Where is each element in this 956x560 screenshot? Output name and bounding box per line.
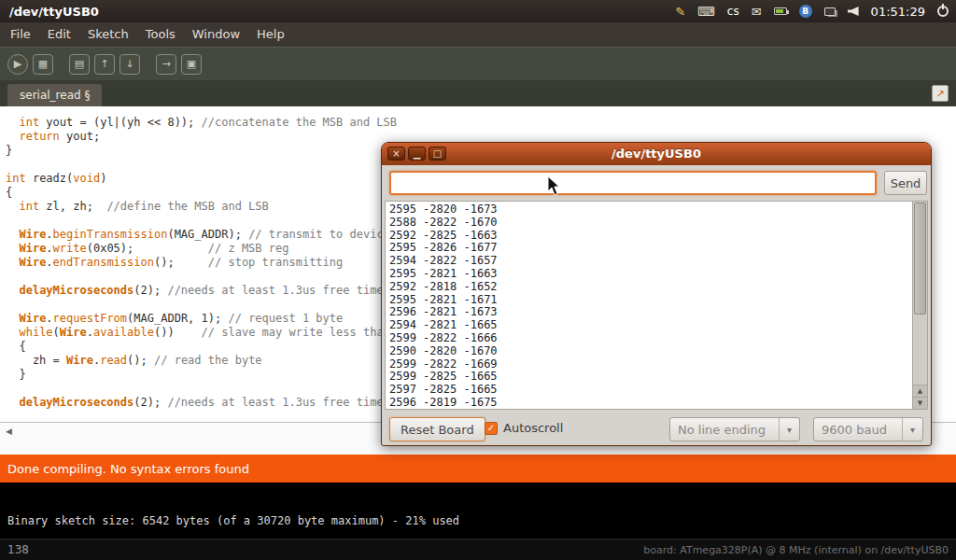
maximize-button[interactable]: □ — [429, 147, 446, 161]
status-bar: Done compiling. No syntax errors found — [0, 455, 956, 483]
keyboard-layout-indicator[interactable]: cs — [727, 5, 739, 18]
autoscroll-label: Autoscroll — [503, 421, 563, 435]
menubar: FileEditSketchToolsWindowHelp — [0, 22, 956, 47]
menu-item-help[interactable]: Help — [248, 22, 293, 47]
footer-bar: 138 board: ATmega328P(A) @ 8 MHz (intern… — [0, 539, 956, 560]
serial-output-lines: 2595 -2820 -16732588 -2822 -16702592 -28… — [386, 202, 927, 410]
serial-line: 2597 -2825 -1665 — [389, 384, 927, 397]
upload-button[interactable]: → — [156, 54, 176, 75]
session-power-icon[interactable] — [937, 6, 949, 17]
tab-serial-read[interactable]: serial_read § — [7, 84, 102, 106]
autoscroll-control: ✓ Autoscroll — [485, 421, 563, 435]
clock[interactable]: 01:51:29 — [871, 5, 925, 19]
serial-output-area[interactable]: 2595 -2820 -16732588 -2822 -16702592 -28… — [385, 201, 928, 410]
save-button[interactable]: ↓ — [120, 54, 140, 75]
tab-menu-button[interactable]: ↗ — [932, 85, 949, 102]
menu-item-edit[interactable]: Edit — [39, 22, 79, 47]
status-message: Done compiling. No syntax errors found — [7, 462, 249, 476]
menu-item-window[interactable]: Window — [184, 22, 248, 47]
reset-board-button[interactable]: Reset Board — [389, 417, 485, 441]
serial-line: 2594 -2822 -1657 — [389, 255, 927, 268]
battery-icon[interactable] — [774, 7, 787, 15]
line-ending-value: No line ending — [670, 423, 779, 437]
scroll-down-icon[interactable]: ▼ — [913, 397, 927, 409]
serial-send-input[interactable] — [389, 171, 877, 195]
volume-icon[interactable] — [848, 7, 859, 16]
check-icon: ✓ — [487, 423, 495, 433]
serial-line: 2595 -2821 -1671 — [389, 294, 927, 307]
console-output: Binary sketch size: 6542 bytes (of a 307… — [0, 483, 956, 539]
notes-icon[interactable]: ✎ — [675, 5, 685, 19]
serial-line: 2594 -2821 -1665 — [389, 319, 927, 332]
open-button[interactable]: ↑ — [94, 54, 115, 75]
serial-line: 2599 -2822 -1666 — [389, 332, 927, 345]
menu-item-file[interactable]: File — [2, 22, 39, 47]
mail-icon[interactable]: ✉ — [752, 5, 762, 19]
close-button[interactable]: × — [387, 147, 405, 161]
scroll-up-icon[interactable]: ▲ — [913, 385, 927, 397]
code-line: int yout = (yl|(yh << 8)); //concatenate… — [6, 116, 956, 130]
board-info: board: ATmega328P(A) @ 8 MHz (internal) … — [643, 544, 949, 556]
serial-line: 2595 -2826 -1677 — [389, 242, 927, 255]
line-number-indicator: 138 — [7, 543, 29, 556]
serial-monitor-window: × ▁ □ /dev/ttyUSB0 Send 2595 -2820 -1673… — [381, 142, 932, 446]
serial-monitor-titlebar[interactable]: × ▁ □ /dev/ttyUSB0 — [382, 143, 931, 165]
chevron-down-icon: ▾ — [779, 418, 799, 441]
window-buttons: × ▁ □ — [387, 147, 446, 161]
tab-bar: serial_read § ↗ — [0, 80, 956, 106]
toolbar: ▶▦▤↑↓→▣ — [0, 47, 956, 80]
serial-line: 2599 -2822 -1669 — [389, 358, 927, 371]
baud-rate-dropdown[interactable]: 9600 baud ▾ — [813, 417, 923, 441]
serial-line: 2592 -2825 -1663 — [389, 230, 927, 243]
new-button[interactable]: ▤ — [69, 54, 90, 75]
serial-line: 2590 -2820 -1670 — [389, 345, 927, 358]
serial-line: 2599 -2825 -1665 — [389, 371, 927, 384]
verify-button[interactable]: ▶ — [7, 54, 28, 75]
baud-rate-value: 9600 baud — [814, 423, 902, 437]
toolbar-buttons: ▶▦▤↑↓→▣ — [7, 54, 202, 75]
chevron-down-icon: ▾ — [902, 418, 922, 441]
hscroll-left-arrow-icon[interactable]: ◀ — [6, 427, 12, 436]
serial-line: 2596 -2821 -1673 — [389, 306, 927, 319]
serial-monitor-title: /dev/ttyUSB0 — [382, 143, 931, 165]
minimize-button[interactable]: ▁ — [408, 147, 426, 161]
send-button[interactable]: Send — [884, 171, 927, 195]
scrollbar-thumb[interactable] — [914, 203, 926, 315]
serial-monitor-button[interactable]: ▣ — [181, 54, 202, 75]
serial-scrollbar[interactable]: ▲ ▼ — [912, 202, 927, 409]
system-panel: /dev/ttyUSB0 ✎ ⌨ cs ✉ B 01:51:29 — [0, 0, 956, 22]
serial-line: 2595 -2820 -1673 — [389, 203, 927, 217]
serial-line: 2595 -2821 -1663 — [389, 268, 927, 281]
panel-window-title: /dev/ttyUSB0 — [0, 5, 99, 19]
serial-line: 2588 -2822 -1670 — [389, 217, 927, 230]
console-text: Binary sketch size: 6542 bytes (of a 307… — [7, 514, 459, 527]
bluetooth-icon[interactable]: B — [799, 5, 812, 18]
serial-line: 2596 -2819 -1675 — [389, 397, 927, 410]
menu-item-tools[interactable]: Tools — [137, 22, 184, 47]
stop-button[interactable]: ▦ — [33, 54, 53, 75]
system-tray: ✎ ⌨ cs ✉ B 01:51:29 — [675, 5, 956, 19]
autoscroll-checkbox[interactable]: ✓ — [485, 422, 498, 435]
line-ending-dropdown[interactable]: No line ending ▾ — [669, 417, 800, 441]
network-icon[interactable] — [824, 7, 836, 16]
keyboard-icon[interactable]: ⌨ — [697, 5, 715, 19]
menu-item-sketch[interactable]: Sketch — [79, 22, 137, 47]
serial-line: 2592 -2818 -1652 — [389, 281, 927, 294]
